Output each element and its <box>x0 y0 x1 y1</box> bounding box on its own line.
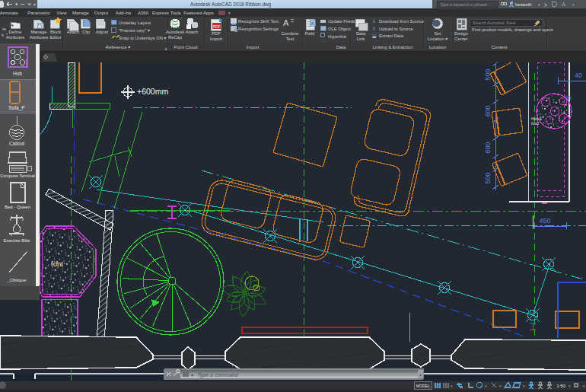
svg-text:te: te <box>2 27 7 31</box>
svg-text:Content: Content <box>491 45 507 49</box>
svg-text:A: A <box>283 18 289 27</box>
svg-text:Location: Location <box>429 45 447 49</box>
svg-text:Sofa_P: Sofa_P <box>8 105 24 111</box>
svg-text:Hob: Hob <box>13 71 22 76</box>
svg-text:Type a command: Type a command <box>197 372 239 378</box>
svg-text:food: food <box>531 121 539 126</box>
svg-text:+600mm: +600mm <box>137 87 168 96</box>
svg-text:Point Cloud: Point Cloud <box>174 45 197 49</box>
svg-text:_Oblique: _Oblique <box>7 277 27 282</box>
svg-text:Manage: Manage <box>72 10 90 15</box>
svg-text:Location ▾: Location ▾ <box>428 37 448 41</box>
svg-text:450: 450 <box>539 217 550 225</box>
svg-text:Autodesk: Autodesk <box>166 30 184 34</box>
svg-text:Computer Terminal: Computer Terminal <box>0 174 34 178</box>
svg-text:Annotate: Annotate <box>0 10 19 15</box>
svg-text:Featured Apps: Featured Apps <box>183 10 214 15</box>
svg-text:Adjust: Adjust <box>96 30 109 34</box>
svg-text:Autodesk AutoCAD 2018 Ribbon: Autodesk AutoCAD 2018 Ribbon.dwg <box>190 2 272 8</box>
svg-text:Underlay Layers: Underlay Layers <box>119 21 151 25</box>
svg-text:Block: Block <box>50 30 61 34</box>
svg-text:Define: Define <box>9 30 22 34</box>
svg-text:Add-ins: Add-ins <box>116 10 132 15</box>
svg-text:Import: Import <box>210 37 223 41</box>
svg-text:View: View <box>56 10 67 15</box>
svg-text:Output: Output <box>94 10 109 15</box>
svg-text:500: 500 <box>484 69 492 80</box>
svg-text:MODEL: MODEL <box>416 384 431 388</box>
svg-text:Design: Design <box>454 31 468 36</box>
svg-text:Upload to Source: Upload to Source <box>379 27 413 31</box>
svg-text:Field: Field <box>305 31 315 36</box>
svg-text:Update Fields: Update Fields <box>328 19 355 24</box>
svg-text:1:50: 1:50 <box>556 384 565 388</box>
svg-text:Attach: Attach <box>67 30 79 34</box>
svg-text:Linking & Extraction: Linking & Extraction <box>372 45 412 49</box>
svg-text:Attributes: Attributes <box>30 35 49 40</box>
svg-text:Data: Data <box>356 31 366 36</box>
svg-text:Type a keyword or phrase: Type a keyword or phrase <box>440 2 487 7</box>
svg-text:▾: ▾ <box>33 2 36 7</box>
svg-text:Extract Data: Extract Data <box>379 33 404 38</box>
svg-text:Attach: Attach <box>186 30 198 34</box>
svg-text:Download from Source: Download from Source <box>379 19 424 24</box>
svg-text:Find product models, drawings: Find product models, drawings and specs <box>472 27 553 32</box>
svg-text:⬓: ⬓ <box>372 33 377 38</box>
svg-text:Recognition Settings: Recognition Settings <box>238 27 279 31</box>
svg-text:hesweth: hesweth <box>515 2 532 7</box>
svg-text:Set: Set <box>435 31 441 36</box>
svg-text:PDF: PDF <box>212 31 221 36</box>
svg-text:Snap to Underlays ON ▾: Snap to Underlays ON ▾ <box>119 36 167 40</box>
svg-text:ReCap: ReCap <box>168 35 182 40</box>
svg-text:PDF: PDF <box>213 24 221 29</box>
svg-text:Data: Data <box>336 45 346 49</box>
svg-text:Exercise Bike: Exercise Bike <box>3 238 30 243</box>
svg-text:600: 600 <box>484 105 492 116</box>
svg-text:A: A <box>311 21 314 26</box>
svg-text:Parametric: Parametric <box>27 10 49 15</box>
svg-text:font: font <box>51 260 63 268</box>
svg-text:Import: Import <box>246 45 259 49</box>
svg-text:Reference ▾: Reference ▾ <box>106 45 130 49</box>
svg-text:40: 40 <box>575 72 582 79</box>
svg-text:500: 500 <box>484 172 492 183</box>
svg-text:"Frames vary" ▾: "Frames vary" ▾ <box>119 28 150 33</box>
svg-text:▾: ▾ <box>191 373 193 378</box>
svg-text:Center: Center <box>454 37 467 41</box>
svg-text:Link: Link <box>357 37 365 41</box>
svg-text:OLE Object: OLE Object <box>328 27 351 31</box>
svg-text:Clip: Clip <box>82 30 90 34</box>
svg-text:Bed - Queen: Bed - Queen <box>5 205 30 209</box>
svg-text:600: 600 <box>484 142 492 153</box>
svg-text:Attributes: Attributes <box>6 35 25 40</box>
svg-text:⇩: ⇩ <box>372 19 376 24</box>
svg-text:Manage: Manage <box>31 30 47 34</box>
svg-text:Text: Text <box>286 37 295 41</box>
svg-text:A360: A360 <box>138 10 149 15</box>
svg-text:Hyperlink: Hyperlink <box>328 34 346 39</box>
svg-text:35: 35 <box>565 94 572 101</box>
svg-text:Recognize SHX Text: Recognize SHX Text <box>238 19 279 24</box>
svg-text:Search Autodesk Seek: Search Autodesk Seek <box>473 21 517 25</box>
svg-text:Combine: Combine <box>281 31 298 36</box>
svg-text:Editor: Editor <box>49 35 61 40</box>
svg-text:⇧: ⇧ <box>372 27 376 31</box>
svg-text:Callout: Callout <box>9 141 24 146</box>
svg-text:Express Tools: Express Tools <box>152 10 181 15</box>
